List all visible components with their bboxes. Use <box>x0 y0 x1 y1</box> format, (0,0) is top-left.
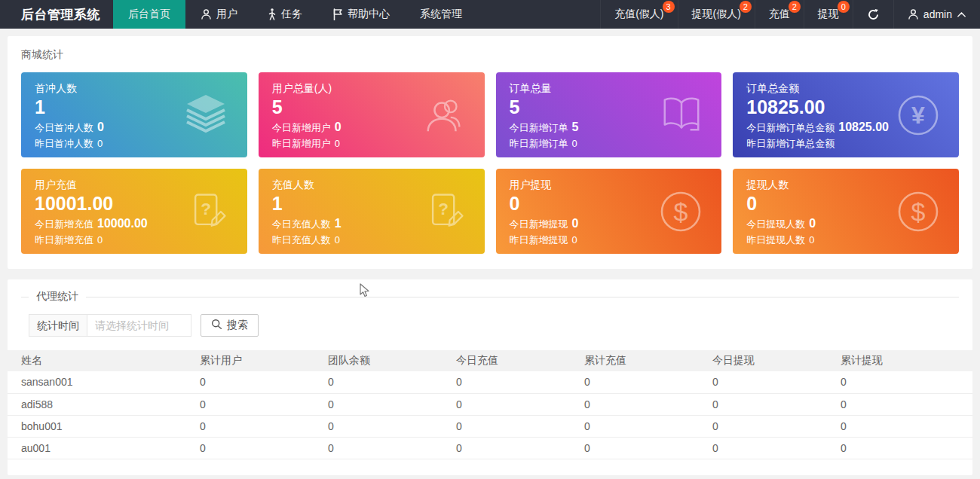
dollar-circle-icon: $ <box>894 188 942 236</box>
nav-item-home[interactable]: 后台首页 <box>113 0 185 29</box>
main-nav: 后台首页 用户 任务 帮助中心 系统管理 <box>113 0 477 29</box>
document-question-pencil-icon: ? <box>185 189 231 234</box>
cell-name: au001 <box>8 437 192 459</box>
stat-card-recharge-users: 充值人数 1 今日充值人数1 昨日充值人数0 ? <box>259 169 485 254</box>
users-icon <box>421 92 468 139</box>
nav-item-recharge-fake[interactable]: 充值(假人) 3 <box>600 0 677 29</box>
table-row: au001 0 0 0 0 0 0 <box>8 437 972 459</box>
nav-item-label: 提现(假人) <box>692 8 741 21</box>
col-header-total-withdraw: 累计提现 <box>833 350 972 371</box>
badge-count: 2 <box>740 1 752 13</box>
stat-card-first-recharge-users: 首冲人数 1 今日首冲人数0 昨日首冲人数0 <box>21 72 247 157</box>
card-yesterday-line: 昨日首冲人数0 <box>35 137 234 151</box>
nav-item-label: 充值(假人) <box>614 8 663 21</box>
top-navbar: 后台管理系统 后台首页 用户 任务 帮助中心 系统管理 充 <box>0 0 980 29</box>
user-icon <box>908 8 919 20</box>
nav-item-label: 后台首页 <box>128 8 170 21</box>
stat-card-order-total-amount: 订单总金额 10825.00 今日新增订单总金额10825.00 昨日新增订单总… <box>733 72 959 157</box>
section-title-shop-stats: 商城统计 <box>21 48 959 62</box>
col-header-total-recharge: 累计充值 <box>577 350 705 371</box>
agent-stats-panel: 代理统计 统计时间 搜索 姓名 累计用户 团队余额 今日充值 累计充值 今日提现… <box>8 279 972 475</box>
agent-table: 姓名 累计用户 团队余额 今日充值 累计充值 今日提现 累计提现 sansan0… <box>8 350 972 459</box>
open-book-icon <box>658 93 705 137</box>
table-header-row: 姓名 累计用户 团队余额 今日充值 累计充值 今日提现 累计提现 <box>8 350 972 371</box>
flag-icon <box>332 8 343 20</box>
stat-card-withdraw-users: 提现人数 0 今日提现人数0 昨日提现人数0 $ <box>733 169 959 254</box>
nav-item-tasks[interactable]: 任务 <box>253 0 317 29</box>
svg-text:¥: ¥ <box>911 102 925 129</box>
col-header-team-balance: 团队余额 <box>320 350 449 371</box>
refresh-icon <box>867 8 880 21</box>
svg-text:$: $ <box>911 197 926 226</box>
stat-card-total-users: 用户总量(人) 5 今日新增用户0 昨日新增用户0 <box>259 72 485 157</box>
cell-name: adi588 <box>8 393 192 415</box>
nav-item-help-center[interactable]: 帮助中心 <box>317 0 405 29</box>
nav-item-withdraw-fake[interactable]: 提现(假人) 2 <box>678 0 755 29</box>
card-yesterday-line: 昨日新增充值0 <box>35 233 234 247</box>
cell-name: bohu001 <box>8 415 192 437</box>
shop-stats-panel: 商城统计 首冲人数 1 今日首冲人数0 昨日首冲人数0 用户总量(人) 5 今日… <box>8 36 972 269</box>
yen-circle-icon: ¥ <box>894 91 942 139</box>
table-row: bohu001 0 0 0 0 0 0 <box>8 415 972 437</box>
card-yesterday-line: 昨日充值人数0 <box>272 233 471 247</box>
cell-name: sansan001 <box>8 371 192 393</box>
col-header-today-recharge: 今日充值 <box>449 350 577 371</box>
nav-item-label: 充值 <box>769 8 790 21</box>
nav-item-label: 用户 <box>216 8 237 21</box>
card-yesterday-line: 昨日新增订单0 <box>510 137 709 151</box>
stat-card-total-orders: 订单总量 5 今日新增订单5 昨日新增订单0 <box>496 72 722 157</box>
nav-item-system[interactable]: 系统管理 <box>405 0 477 29</box>
navbar-right: 充值(假人) 3 提现(假人) 2 充值 2 提现 0 admin <box>600 0 980 29</box>
refresh-button[interactable] <box>853 0 893 29</box>
nav-item-label: 任务 <box>281 8 302 21</box>
stat-time-label: 统计时间 <box>29 314 87 337</box>
search-icon <box>211 319 222 332</box>
stat-card-user-withdraw: 用户提现 0 今日新增提现0 昨日新增提现0 $ <box>496 169 722 254</box>
user-menu[interactable]: admin <box>893 0 980 29</box>
nav-item-label: 提现 <box>818 8 839 21</box>
stat-card-user-recharge: 用户充值 10001.00 今日新增充值10000.00 昨日新增充值0 ? <box>21 169 247 254</box>
app-title: 后台管理系统 <box>0 0 113 29</box>
col-header-name: 姓名 <box>8 350 192 371</box>
card-yesterday-line: 昨日新增用户0 <box>272 137 471 151</box>
svg-text:$: $ <box>674 197 688 226</box>
nav-item-recharge[interactable]: 充值 2 <box>755 0 804 29</box>
svg-text:?: ? <box>438 199 449 218</box>
nav-item-withdraw[interactable]: 提现 0 <box>804 0 853 29</box>
filter-row: 统计时间 搜索 <box>29 314 972 337</box>
stat-cards-grid: 首冲人数 1 今日首冲人数0 昨日首冲人数0 用户总量(人) 5 今日新增用户0… <box>21 72 959 254</box>
stat-time-input[interactable] <box>87 314 191 337</box>
badge-count: 0 <box>838 1 850 13</box>
layers-icon <box>181 93 231 138</box>
nav-item-label: 帮助中心 <box>348 8 390 21</box>
document-question-pencil-icon: ? <box>423 189 468 234</box>
table-row: adi588 0 0 0 0 0 0 <box>8 393 972 415</box>
col-header-today-withdraw: 今日提现 <box>705 350 833 371</box>
chevron-up-icon <box>957 11 966 18</box>
badge-count: 2 <box>789 1 801 13</box>
user-icon <box>201 8 212 20</box>
walking-person-icon <box>268 8 277 20</box>
badge-count: 3 <box>663 1 675 13</box>
section-title-agent-stats: 代理统计 <box>29 290 86 304</box>
table-row: sansan001 0 0 0 0 0 0 <box>8 371 972 393</box>
search-button-label: 搜索 <box>227 319 248 332</box>
nav-item-label: 系统管理 <box>420 8 462 21</box>
username: admin <box>923 8 952 20</box>
search-button[interactable]: 搜索 <box>201 314 259 337</box>
agent-stats-fieldset: 代理统计 <box>21 290 959 304</box>
dollar-circle-icon: $ <box>657 188 705 236</box>
nav-item-users[interactable]: 用户 <box>185 0 253 29</box>
col-header-total-users: 累计用户 <box>192 350 320 371</box>
svg-text:?: ? <box>201 199 211 218</box>
